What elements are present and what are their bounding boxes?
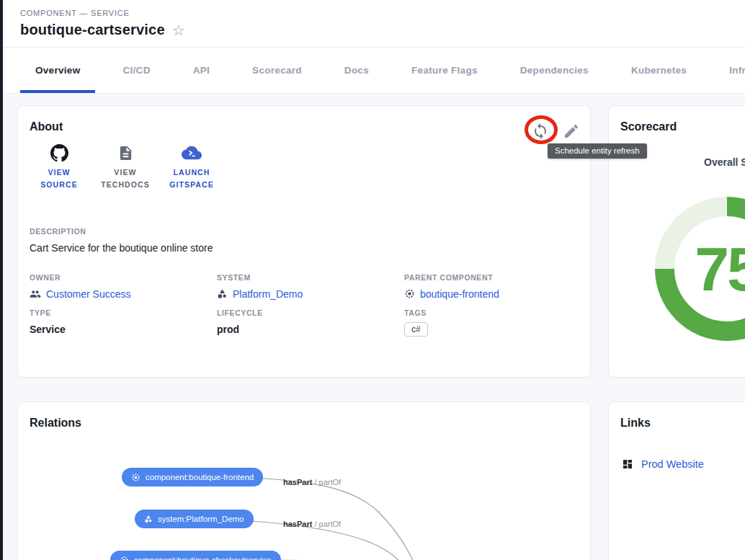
launch-gitspace-label: LAUNCH GITSPACE [169, 166, 214, 192]
relations-card: Relations component:boutique-frontend [17, 401, 591, 560]
tab-docs[interactable]: Docs [329, 48, 384, 93]
system-icon [144, 515, 153, 523]
view-techdocs-button[interactable]: VIEW TECHDOCS [96, 143, 155, 192]
overall-score-label: Overall Score [704, 156, 745, 168]
refresh-button[interactable] [532, 123, 549, 140]
entity-page: COMPONENT — SERVICE boutique-cartservice… [3, 0, 745, 560]
field-parent-component: PARENT COMPONENT boutique-frontend [404, 273, 577, 300]
refresh-icon [532, 123, 549, 140]
about-card: About [17, 105, 591, 378]
node-boutique-checkoutservice[interactable]: component:boutique-checkoutservice [110, 551, 281, 560]
system-link[interactable]: Platform_Demo [233, 288, 303, 300]
tab-infrastructure[interactable]: Infrastructure [714, 48, 745, 93]
page-header: COMPONENT — SERVICE boutique-cartservice… [3, 0, 745, 48]
edit-button[interactable] [563, 123, 580, 140]
field-tags: TAGS c# [404, 308, 577, 337]
prod-website-link[interactable]: Prod Website [641, 458, 704, 470]
node-platform-demo[interactable]: system:Platform_Demo [135, 510, 254, 528]
tab-api[interactable]: API [178, 48, 225, 93]
view-techdocs-label: VIEW TECHDOCS [101, 166, 150, 192]
component-icon [120, 556, 129, 560]
field-owner: OWNER Customer Success [30, 273, 217, 300]
description-label: DESCRIPTION [30, 227, 579, 236]
parent-component-link[interactable]: boutique-frontend [420, 288, 499, 300]
tab-kubernetes[interactable]: Kubernetes [616, 48, 702, 93]
type-value: Service [30, 324, 217, 335]
dashboard-icon [622, 458, 633, 470]
about-fields: OWNER Customer Success SYSTEM Pla [30, 273, 579, 337]
edge-label-haspart-1: hasPart / partOf [283, 478, 341, 486]
lifecycle-value: prod [217, 324, 404, 335]
page-title: boutique-cartservice [20, 22, 165, 38]
scorecard-title: Scorecard [620, 120, 745, 133]
view-source-button[interactable]: VIEW SOURCE [30, 143, 89, 192]
tab-bar: Overview CI/CD API Scorecard Docs Featur… [3, 48, 745, 94]
edge-label-haspart-2: hasPart / partOf [283, 520, 341, 528]
score-gauge: 75 [655, 197, 745, 341]
field-type: TYPE Service [30, 308, 217, 337]
content-area: About [3, 94, 745, 560]
owner-link[interactable]: Customer Success [46, 288, 130, 300]
relations-graph: component:boutique-frontend system:Platf… [18, 402, 590, 560]
node-boutique-frontend[interactable]: component:boutique-frontend [122, 468, 263, 486]
tab-cicd[interactable]: CI/CD [107, 48, 165, 93]
component-icon [131, 473, 140, 482]
link-item-prod-website[interactable]: Prod Website [622, 458, 745, 470]
tab-feature-flags[interactable]: Feature Flags [396, 48, 493, 93]
pencil-icon [563, 123, 580, 140]
view-source-label: VIEW SOURCE [40, 166, 78, 192]
schedule-refresh-tooltip: Schedule entity refresh [548, 143, 647, 159]
about-title: About [30, 120, 579, 133]
tab-dependencies[interactable]: Dependencies [505, 48, 604, 93]
about-actions: VIEW SOURCE VIEW TECHDOCS [30, 143, 579, 192]
links-card: Links Prod Website [608, 401, 745, 560]
launch-gitspace-button[interactable]: LAUNCH GITSPACE [162, 143, 221, 192]
favorite-star-icon[interactable]: ☆ [172, 23, 185, 37]
component-icon [404, 288, 415, 299]
github-icon [50, 144, 68, 162]
techdocs-icon [117, 145, 134, 161]
score-value: 75 [695, 234, 745, 305]
gitspace-cloud-icon [182, 144, 202, 161]
field-lifecycle: LIFECYCLE prod [217, 308, 404, 337]
tab-overview[interactable]: Overview [20, 48, 95, 93]
system-icon [217, 288, 228, 299]
tab-scorecard[interactable]: Scorecard [237, 48, 317, 93]
group-icon [30, 288, 41, 300]
collapsed-sidebar-edge [0, 0, 3, 560]
links-title: Links [620, 417, 745, 430]
tag-chip[interactable]: c# [404, 322, 428, 337]
about-card-tools [532, 123, 580, 140]
field-system: SYSTEM Platform_Demo [217, 273, 404, 300]
breadcrumb: COMPONENT — SERVICE [20, 9, 745, 17]
description-value: Cart Service for the boutique online sto… [30, 242, 579, 254]
